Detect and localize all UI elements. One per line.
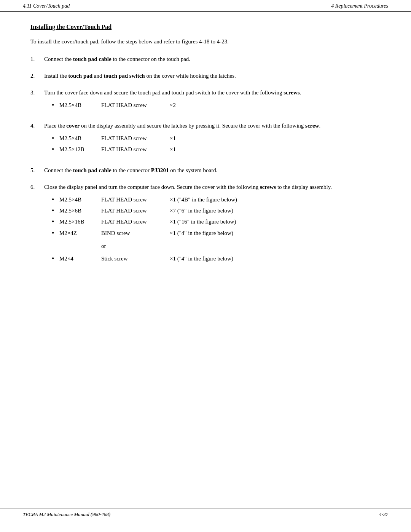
- bullet-content: M2.5×4B FLAT HEAD screw ×1: [59, 134, 381, 143]
- intro-text: To install the cover/touch pad, follow t…: [30, 37, 381, 46]
- bullet-content: M2×4 Stick screw ×1 ("4" in the figure b…: [59, 254, 381, 263]
- bullet-item: • M2.5×16B FLAT HEAD screw ×1 ("16" in t…: [52, 217, 381, 226]
- step-list: 1. Connect the touch pad cable to the co…: [30, 54, 381, 267]
- screw-type: FLAT HEAD screw: [101, 134, 170, 143]
- screw-qty: ×1: [170, 145, 176, 154]
- screw-type: FLAT HEAD screw: [101, 101, 170, 110]
- bullet-item: • M2.5×4B FLAT HEAD screw ×1 ("4B" in th…: [52, 195, 381, 204]
- main-content: Installing the Cover/Touch Pad To instal…: [0, 24, 411, 267]
- bullet-list-6b: • M2×4 Stick screw ×1 ("4" in the figure…: [52, 254, 381, 263]
- bullet-list-6: • M2.5×4B FLAT HEAD screw ×1 ("4B" in th…: [52, 195, 381, 238]
- step-item-5: 5. Connect the touch pad cable to the co…: [30, 166, 381, 175]
- bullet-dot: •: [52, 206, 59, 215]
- screw-spec: M2×4: [59, 254, 101, 263]
- screw-type: FLAT HEAD screw: [101, 195, 170, 204]
- screw-qty: ×1 ("16" in the figure below): [170, 217, 236, 226]
- bullet-item: • M2.5×4B FLAT HEAD screw ×1: [52, 134, 381, 143]
- footer-right: 4-37: [379, 511, 388, 518]
- step-number-5: 5.: [30, 166, 44, 175]
- bullet-item: • M2.5×12B FLAT HEAD screw ×1: [52, 145, 381, 154]
- page: 4.11 Cover/Touch pad 4 Replacement Proce…: [0, 0, 411, 532]
- screw-spec: M2.5×4B: [59, 134, 101, 143]
- section-title: Installing the Cover/Touch Pad: [30, 24, 381, 30]
- page-header: 4.11 Cover/Touch pad 4 Replacement Proce…: [0, 0, 411, 12]
- screw-spec: M2.5×4B: [59, 195, 101, 204]
- header-right: 4 Replacement Procedures: [331, 3, 388, 9]
- screw-type: FLAT HEAD screw: [101, 145, 170, 154]
- step-number-3: 3.: [30, 88, 44, 113]
- bullet-dot: •: [52, 195, 59, 204]
- step-content-2: Install the touch pad and touch pad swit…: [44, 71, 381, 80]
- bullet-item: • M2.5×4B FLAT HEAD screw ×2: [52, 101, 381, 110]
- step-number-6: 6.: [30, 182, 44, 267]
- bullet-dot: •: [52, 101, 59, 110]
- bullet-item: • M2×4Z BIND screw ×1 ("4" in the figure…: [52, 229, 381, 238]
- header-left: 4.11 Cover/Touch pad: [23, 3, 70, 9]
- step-item-1: 1. Connect the touch pad cable to the co…: [30, 54, 381, 64]
- bullet-dot: •: [52, 229, 59, 238]
- screw-type: Stick screw: [101, 254, 170, 263]
- bullet-list-3: • M2.5×4B FLAT HEAD screw ×2: [52, 101, 381, 110]
- screw-spec: M2×4Z: [59, 229, 101, 238]
- step-number-2: 2.: [30, 71, 44, 80]
- bullet-dot: •: [52, 145, 59, 154]
- step-content-6: Close the display panel and turn the com…: [44, 182, 381, 267]
- bullet-dot: •: [52, 134, 59, 143]
- step-content-1: Connect the touch pad cable to the conne…: [44, 54, 381, 64]
- step-content-3: Turn the cover face down and secure the …: [44, 88, 381, 113]
- screw-qty: ×2: [170, 101, 176, 110]
- step-item-4: 4. Place the cover on the display assemb…: [30, 121, 381, 158]
- bullet-list-4: • M2.5×4B FLAT HEAD screw ×1 • M2.5×12B: [52, 134, 381, 154]
- bullet-item: • M2×4 Stick screw ×1 ("4" in the figure…: [52, 254, 381, 263]
- step-item-2: 2. Install the touch pad and touch pad s…: [30, 71, 381, 80]
- page-footer: TECRA M2 Maintenance Manual (960-468) 4-…: [0, 508, 411, 521]
- screw-type: BIND screw: [101, 229, 170, 238]
- screw-spec: M2.5×12B: [59, 145, 101, 154]
- screw-spec: M2.5×6B: [59, 206, 101, 215]
- bullet-content: M2.5×16B FLAT HEAD screw ×1 ("16" in the…: [59, 217, 381, 226]
- screw-qty: ×1: [170, 134, 176, 143]
- step-number-4: 4.: [30, 121, 44, 158]
- screw-type: FLAT HEAD screw: [101, 217, 170, 226]
- screw-qty: ×1 ("4" in the figure below): [170, 229, 233, 238]
- screw-spec: M2.5×16B: [59, 217, 101, 226]
- footer-left: TECRA M2 Maintenance Manual (960-468): [23, 511, 110, 518]
- screw-qty: ×1 ("4B" in the figure below): [170, 195, 237, 204]
- or-text: or: [101, 241, 381, 251]
- screw-qty: ×7 ("6" in the figure below): [170, 206, 233, 215]
- bullet-dot: •: [52, 217, 59, 226]
- screw-type: FLAT HEAD screw: [101, 206, 170, 215]
- step-number-1: 1.: [30, 54, 44, 64]
- bullet-item: • M2.5×6B FLAT HEAD screw ×7 ("6" in the…: [52, 206, 381, 215]
- bullet-content: M2.5×6B FLAT HEAD screw ×7 ("6" in the f…: [59, 206, 381, 215]
- step-item-3: 3. Turn the cover face down and secure t…: [30, 88, 381, 113]
- step-item-6: 6. Close the display panel and turn the …: [30, 182, 381, 267]
- bullet-dot: •: [52, 254, 59, 263]
- step-content-5: Connect the touch pad cable to the conne…: [44, 166, 381, 175]
- bullet-content: M2.5×4B FLAT HEAD screw ×1 ("4B" in the …: [59, 195, 381, 204]
- step-content-4: Place the cover on the display assembly …: [44, 121, 381, 158]
- bullet-content: M2.5×4B FLAT HEAD screw ×2: [59, 101, 381, 110]
- screw-qty: ×1 ("4" in the figure below): [170, 254, 233, 263]
- screw-spec: M2.5×4B: [59, 101, 101, 110]
- bullet-content: M2.5×12B FLAT HEAD screw ×1: [59, 145, 381, 154]
- bullet-content: M2×4Z BIND screw ×1 ("4" in the figure b…: [59, 229, 381, 238]
